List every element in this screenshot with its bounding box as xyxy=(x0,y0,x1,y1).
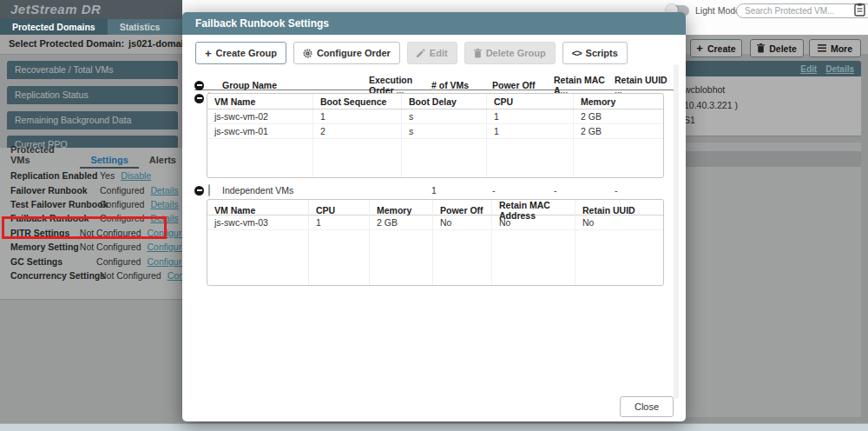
nav-tab-statistics[interactable]: Statistics xyxy=(108,19,173,35)
search-input[interactable] xyxy=(736,3,868,18)
col-power-off: Power Off xyxy=(492,80,554,90)
group-retain-mac: - xyxy=(554,185,615,196)
vm-power-off: No xyxy=(433,216,492,229)
nav-tab-protected-domains[interactable]: Protected Domains xyxy=(0,19,108,35)
create-group-label: Create Group xyxy=(216,48,277,58)
app-logo: JetStream DR xyxy=(10,2,101,17)
col-boot-sequence: Boot Sequence xyxy=(313,94,402,109)
vm-name: js-swc-vm-02 xyxy=(207,109,313,123)
group-row-independent-vms[interactable]: Independent VMs 1 - - - xyxy=(194,183,674,197)
vm-name: js-swc-vm-03 xyxy=(207,216,309,229)
col-num-vms: # of VMs xyxy=(431,80,492,90)
plus-icon: + xyxy=(205,48,212,59)
vm-table-header: VM Name CPU Memory Power Off Retain MAC … xyxy=(207,200,663,216)
group-num-vms: 1 xyxy=(431,185,492,196)
group-name: Independent VMs xyxy=(222,185,369,196)
vm-boot-sequence: 2 xyxy=(313,124,402,138)
footer-bar xyxy=(0,423,868,431)
vm-memory: 2 GB xyxy=(370,216,433,229)
trash-icon xyxy=(474,49,482,58)
vm-table-empty-space xyxy=(207,230,663,285)
group-power-off: - xyxy=(492,185,554,196)
failback-runbook-settings-dialog: Failback Runbook Settings + Create Group… xyxy=(182,12,686,421)
vm-retain-mac: No xyxy=(492,216,575,229)
col-memory: Memory xyxy=(574,94,663,109)
dialog-toolbar: + Create Group Configure Order xyxy=(195,42,628,64)
delete-group-button[interactable]: Delete Group xyxy=(464,42,556,64)
collapse-group-icon[interactable] xyxy=(194,186,204,196)
delete-group-label: Delete Group xyxy=(486,48,546,58)
pencil-icon xyxy=(417,49,425,57)
vm-row-js-swc-vm-01[interactable]: js-swc-vm-01 2 s 1 2 GB xyxy=(207,124,663,139)
vm-cpu: 1 xyxy=(487,124,574,138)
col-group-name: Group Name xyxy=(222,80,369,90)
vm-memory: 2 GB xyxy=(574,109,663,123)
scripts-button[interactable]: <> Scripts xyxy=(562,42,628,64)
configure-order-button[interactable]: Configure Order xyxy=(293,42,400,64)
edit-button-label: Edit xyxy=(430,48,448,58)
code-icon: <> xyxy=(572,48,582,58)
group-checkbox[interactable] xyxy=(208,184,210,196)
vm-cpu: 1 xyxy=(309,216,370,229)
modal-scrollbar-track[interactable] xyxy=(674,64,679,399)
group1-vm-table: VM Name Boot Sequence Boot Delay CPU Mem… xyxy=(207,93,664,178)
close-button[interactable]: Close xyxy=(620,396,674,417)
vm-row-js-swc-vm-03[interactable]: js-swc-vm-03 1 2 GB No No No xyxy=(207,216,663,230)
independent-vm-table: VM Name CPU Memory Power Off Retain MAC … xyxy=(207,199,664,286)
light-mode-label: Light Mode xyxy=(695,5,740,16)
vm-name: js-swc-vm-01 xyxy=(207,124,313,138)
vm-retain-uuid: No xyxy=(575,216,663,229)
col-cpu: CPU xyxy=(487,94,574,109)
vm-boot-delay: s xyxy=(402,124,487,138)
clipboard-alarm-icon[interactable] xyxy=(854,3,865,17)
collapse-group-icon[interactable] xyxy=(194,94,204,103)
close-button-label: Close xyxy=(635,401,659,412)
col-vm-name: VM Name xyxy=(207,94,313,109)
edit-button[interactable]: Edit xyxy=(407,42,457,64)
dialog-title: Failback Runbook Settings xyxy=(195,17,329,30)
scripts-label: Scripts xyxy=(586,48,618,58)
app-window: JetStream DR Protected Domains Statistic… xyxy=(0,0,868,431)
vm-cpu: 1 xyxy=(487,109,574,123)
vm-boot-delay: s xyxy=(402,109,487,123)
vm-table-empty-space xyxy=(207,139,663,177)
vm-memory: 2 GB xyxy=(574,124,663,138)
failback-runbook-highlight-annotation xyxy=(2,216,167,239)
vm-row-js-swc-vm-02[interactable]: js-swc-vm-02 1 s 1 2 GB xyxy=(207,109,663,124)
collapse-all-icon[interactable] xyxy=(194,81,204,90)
vm-table-header: VM Name Boot Sequence Boot Delay CPU Mem… xyxy=(207,94,663,109)
create-group-button[interactable]: + Create Group xyxy=(195,42,286,64)
vm-boot-sequence: 1 xyxy=(313,109,402,123)
col-boot-delay: Boot Delay xyxy=(402,94,487,109)
group-retain-uuid: - xyxy=(615,185,674,196)
configure-order-label: Configure Order xyxy=(317,48,391,58)
group-table-header: Group Name Execution Order ... # of VMs … xyxy=(194,75,674,90)
gear-icon xyxy=(303,49,312,58)
